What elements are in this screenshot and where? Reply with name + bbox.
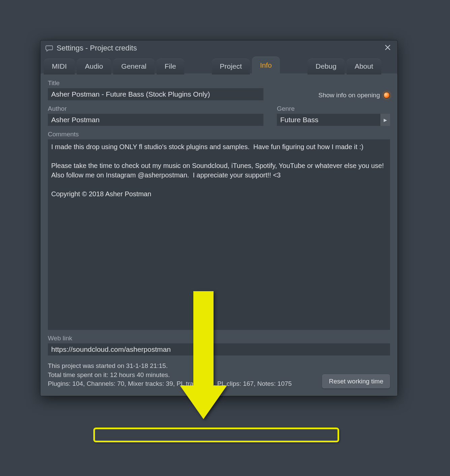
annotation-highlight-box [93,428,339,442]
comments-field[interactable]: I made this drop using ONLY fl studio's … [48,139,390,330]
tab-about[interactable]: About [347,59,381,74]
author-label: Author [48,105,263,112]
project-stats-text: Plugins: 104, Channels: 70, Mixer tracks… [48,379,292,388]
chevron-right-icon: ▶ [384,117,387,123]
window-title: Settings - Project credits [57,44,137,53]
project-started-text: This project was started on 31-1-18 21:1… [48,362,292,371]
tab-info[interactable]: Info [252,57,280,74]
comments-label: Comments [48,131,390,138]
tab-midi[interactable]: MIDI [44,59,75,74]
tab-debug[interactable]: Debug [308,59,345,74]
reset-working-time-button[interactable]: Reset working time [322,374,390,388]
project-totaltime-text: Total time spent on it: 12 hours 40 minu… [48,371,292,380]
comment-icon [45,44,53,52]
tab-project[interactable]: Project [212,59,250,74]
show-info-toggle[interactable]: Show info on opening [318,92,390,100]
weblink-field[interactable] [48,343,390,355]
tabs: MIDI Audio General File Project Info Deb… [40,55,397,74]
titlebar: Settings - Project credits [40,40,397,55]
title-label: Title [48,79,263,87]
genre-field[interactable] [277,114,380,126]
weblink-label: Web link [48,335,390,342]
show-info-label: Show info on opening [318,92,380,99]
author-field[interactable] [48,114,263,126]
info-panel: Title Show info on opening Author Genre … [40,73,397,396]
settings-window: Settings - Project credits MIDI Audio Ge… [40,40,397,396]
title-field[interactable] [48,88,263,100]
close-button[interactable] [383,43,393,53]
led-icon [383,92,390,99]
genre-dropdown-button[interactable]: ▶ [380,114,390,126]
genre-label: Genre [277,105,390,112]
tab-audio[interactable]: Audio [77,59,111,74]
tab-general[interactable]: General [113,59,155,74]
tab-file[interactable]: File [157,59,184,74]
